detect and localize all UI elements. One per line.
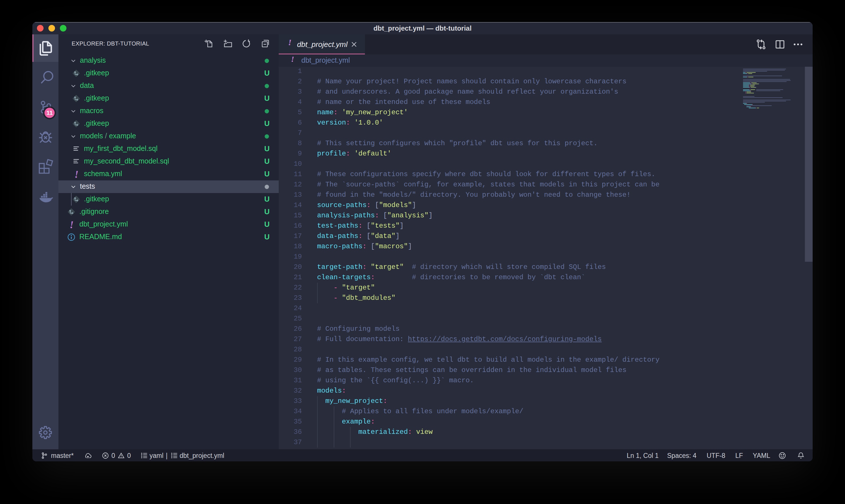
svg-text:11: 11 bbox=[47, 109, 53, 116]
svg-text:!: ! bbox=[70, 220, 74, 229]
svg-text:!: ! bbox=[74, 170, 78, 179]
